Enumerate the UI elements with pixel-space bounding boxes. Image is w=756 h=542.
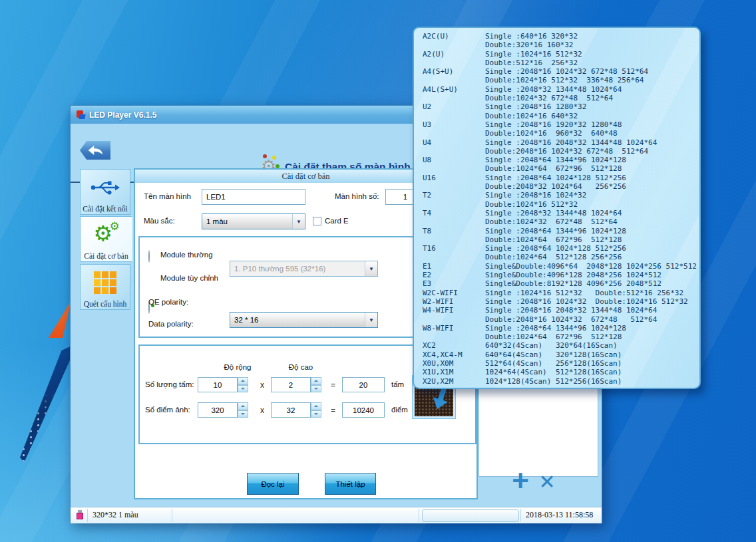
times-sign: x [260,406,264,415]
tooltip-row: W4-WIFISingle :2048*16 2048*32 1344*48 1… [423,306,697,324]
back-button[interactable] [80,141,110,160]
sidebar-item-basic-settings[interactable]: ⚙ ⚙ Cài đặt cơ bản [80,216,132,262]
controller-model: U3 [423,120,485,138]
tooltip-row: XC2640*32(4Scan) 320*64(16Scan) [423,341,697,350]
controller-resolutions: Single&Double:4096*128 2048*256 1024*512 [485,271,662,279]
panel-count-height-spinner[interactable] [311,377,321,392]
chevron-down-icon: ▼ [292,214,305,229]
controller-model: X2U,X2M [423,377,485,386]
pixel-count-label: Số điểm ảnh: [145,406,190,414]
controller-resolutions: Single :2048*16 1024*32 Double:1024*16 5… [485,297,688,306]
pixel-height-spinner[interactable] [311,402,321,418]
controller-resolutions: Single :2048*64 1024*128 512*256Double:1… [485,244,626,262]
controller-model: U8 [423,156,485,174]
module-custom-label: Module tùy chỉnh [160,274,218,282]
pixel-total-field: 10240 [342,402,385,418]
screen-number-value: 1 [403,193,407,201]
controller-resolutions: 1024*128(4Scan) 512*256(16Scan) [485,377,622,386]
controller-resolutions: Single :1024*16 512*32 Double:512*16 256… [485,289,683,297]
gears-icon: ⚙ ⚙ [81,217,132,252]
pixel-width-input[interactable]: 320 [198,402,238,418]
tooltip-row: T2Single :2048*16 1024*32Double:1024*16 … [423,191,697,209]
panel-count-width-input[interactable]: 10 [198,377,238,392]
controller-model: A4L(S+U) [423,85,485,103]
controller-resolutions: Single :640*16 320*32Double:320*16 160*3… [485,32,578,50]
equals-sign: = [331,406,335,415]
panel-count-width-spinner[interactable] [238,377,248,392]
setup-button[interactable]: Thiết lập [325,473,376,495]
controller-model: U16 [423,174,485,192]
controller-resolutions: Single :2048*64 1024*128 512*256Double:2… [485,174,626,192]
pixel-height-input[interactable]: 32 [271,402,311,418]
module-normal-select[interactable]: 1. P10 thường 595 (32*16) ▼ [230,261,378,277]
sidebar-item-label: Cài đặt cơ bản [84,252,128,260]
pixel-width-spinner[interactable] [238,402,248,418]
tooltip-row: U2Single :2048*16 1280*32Double:1024*16 … [423,102,697,120]
controller-resolutions: 512*64(4Scan) 256*128(16Scan) [485,359,622,368]
screen-name-label: Tên màn hình [144,192,191,200]
tooltip-row: U4Single :2048*16 2048*32 1344*48 1024*6… [423,138,697,156]
controller-resolutions: Single :2048*64 1344*96 1024*128Double:1… [485,227,626,245]
module-normal-radio[interactable] [148,250,150,263]
read-back-button[interactable]: Đọc lại [247,473,299,495]
panel-count-width-value: 10 [214,381,222,389]
controller-model: T16 [423,244,485,262]
controller-model: XC2 [423,341,485,350]
controller-resolutions: 640*32(4Scan) 320*64(16Scan) [485,341,618,350]
card-e-checkbox[interactable] [313,217,321,225]
controller-model: U2 [423,102,485,120]
panel-count-height-value: 2 [289,381,293,389]
controller-model: A4(S+U) [423,67,485,85]
tooltip-row: U3Single :2048*16 1920*32 1280*48Double:… [423,120,697,138]
module-custom-select[interactable]: 32 * 16 ▼ [230,312,378,328]
sidebar-item-connection-settings[interactable]: Cài đặt kết nối [80,169,130,215]
controller-resolutions: 640*64(4Scan) 320*128(16Scan) [485,350,622,359]
controller-model: X1U,X1M [423,368,485,376]
controller-resolutions: Single&Double:4096*64 2048*128 1024*256 … [485,262,697,271]
clock-status: 2018-03-13 11:58:58 [526,510,593,520]
controller-model: E1 [423,262,485,271]
controller-model: A2C(U) [423,32,485,50]
back-arrow-icon [87,145,104,156]
tooltip-row: E1Single&Double:4096*64 2048*128 1024*25… [423,262,697,271]
color-mode-value: 1 màu [206,217,228,225]
color-mode-select[interactable]: 1 màu ▼ [202,213,305,229]
controller-resolutions: Single :2048*16 2048*32 1344*48 1024*64D… [485,306,657,324]
controller-model: XC4,XC4-M [423,350,485,359]
add-screen-button[interactable]: + [507,464,534,498]
controller-model: W8-WIFI [423,324,485,342]
screen-name-input[interactable]: LED1 [202,189,305,205]
sidebar-item-scan-config[interactable]: Quét cấu hình [80,264,130,310]
tooltip-row: X2U,X2M1024*128(4Scan) 512*256(16Scan) [423,377,697,386]
controller-model: W2-WIFI [423,297,485,306]
close-icon: ✕ [538,472,555,492]
screen-info-status: 320*32 1 màu [93,510,138,520]
panel-count-height-input[interactable]: 2 [271,377,311,392]
tooltip-row: T4Single :2048*32 1344*48 1024*64Double:… [423,209,697,227]
controller-resolutions: Single :2048*16 1024*32Double:1024*16 51… [485,191,586,209]
module-normal-label: Module thường [160,251,213,259]
controller-model: W2C-WIFI [423,289,485,297]
color-mode-label: Màu sắc: [144,217,175,225]
statusbar-divider [520,509,521,522]
status-bar: 320*32 1 màu 2018-03-13 11:58:58 [71,507,602,523]
controller-resolutions: 1024*64(4Scan) 512*128(16Scan) [485,368,622,376]
tooltip-row: A2(U)Single :1024*16 512*32Double:512*16… [423,50,697,68]
read-back-label: Đọc lại [261,480,284,488]
tooltip-row: U8Single :2048*64 1344*96 1024*128Double… [423,156,697,174]
controller-model: T2 [423,191,485,209]
tooltip-row: X1U,X1M1024*64(4Scan) 512*128(16Scan) [423,368,697,376]
oe-polarity-label: OE polarity: [148,298,188,306]
delete-screen-button[interactable]: ✕ [535,469,559,495]
progress-indicator [422,509,519,522]
controller-resolutions: Single :2048*64 1344*96 1024*128Double:1… [485,156,626,174]
data-polarity-label: Data polarity: [148,320,194,328]
controller-resolutions: Single&Double:8192*128 4096*256 2048*512 [485,279,662,288]
app-icon [76,110,85,120]
times-sign: x [260,380,264,390]
tooltip-row: XC4,XC4-M640*64(4Scan) 320*128(16Scan) [423,350,697,359]
usb-device-icon [77,510,83,520]
pixel-total-value: 10240 [353,406,374,414]
controller-resolutions: Single :1024*16 512*32Double:512*16 256*… [485,50,582,68]
controller-model: T8 [423,227,485,245]
